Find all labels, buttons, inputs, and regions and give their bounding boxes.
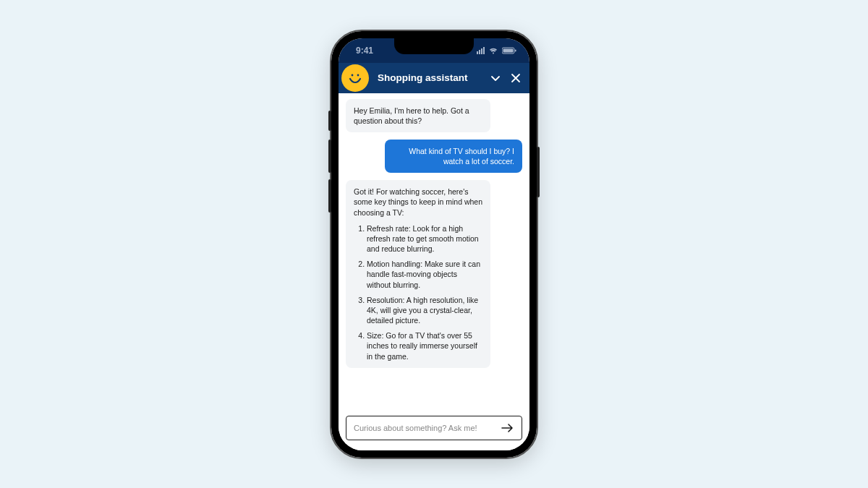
spark-smiley-icon [346, 69, 364, 87]
svg-point-3 [352, 74, 354, 76]
svg-rect-2 [515, 49, 516, 51]
phone-screen: 9:41 Shopping ass [339, 38, 529, 450]
phone-volume-down [328, 179, 331, 213]
minimize-button[interactable] [490, 73, 501, 83]
list-item: Resolution: A high resolution, like 4K, … [367, 295, 482, 326]
arrow-right-icon [501, 423, 514, 433]
status-time: 9:41 [356, 46, 373, 56]
list-item: Size: Go for a TV that's over 55 inches … [367, 330, 482, 361]
svg-point-4 [357, 74, 359, 76]
chevron-down-icon [490, 73, 501, 83]
phone-notch [394, 38, 474, 54]
assistant-message: Hey Emilia, I'm here to help. Got a ques… [346, 99, 490, 132]
list-item: Refresh rate: Look for a high refresh ra… [367, 223, 482, 254]
battery-icon [502, 47, 516, 54]
header-title: Shopping assistant [373, 72, 490, 83]
chat-input-container [346, 416, 522, 440]
phone-volume-up [328, 140, 331, 173]
phone-mute-switch [328, 111, 331, 131]
close-button[interactable] [511, 73, 521, 83]
chat-header: Shopping assistant [339, 63, 529, 93]
tips-list: Refresh rate: Look for a high refresh ra… [354, 223, 482, 361]
assistant-avatar [341, 64, 369, 92]
cellular-signal-icon [477, 47, 485, 54]
close-icon [511, 73, 521, 83]
list-item: Motion handling: Make sure it can handle… [367, 259, 482, 290]
send-button[interactable] [501, 423, 514, 433]
phone-frame: 9:41 Shopping ass [331, 31, 537, 458]
svg-rect-1 [503, 48, 514, 52]
status-indicators [477, 47, 516, 54]
message-text: Hey Emilia, I'm here to help. Got a ques… [354, 106, 469, 125]
message-text: Got it! For watching soccer, here's some… [354, 187, 482, 218]
assistant-message: Got it! For watching soccer, here's some… [346, 180, 490, 368]
chat-input[interactable] [354, 424, 501, 432]
phone-power-button [537, 147, 540, 197]
chat-thread[interactable]: Hey Emilia, I'm here to help. Got a ques… [339, 93, 529, 410]
wifi-icon [488, 47, 498, 54]
input-area [339, 410, 529, 450]
message-text: What kind of TV should I buy? I watch a … [409, 147, 514, 166]
user-message: What kind of TV should I buy? I watch a … [385, 140, 522, 173]
